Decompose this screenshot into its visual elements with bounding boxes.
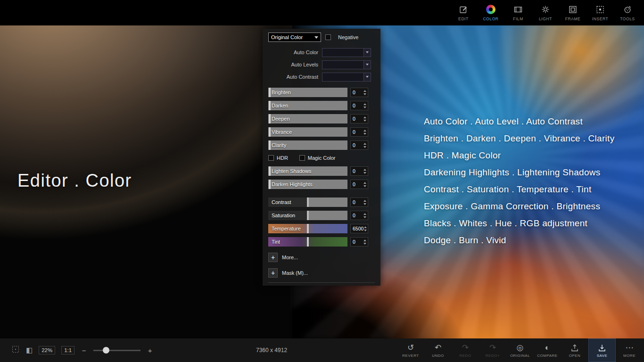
slider-handle[interactable] xyxy=(269,166,271,176)
saturation-spinner[interactable]: 0 xyxy=(350,211,368,220)
vibrance-spinner[interactable]: 0 xyxy=(350,127,368,137)
spin-down-icon[interactable] xyxy=(363,133,366,135)
zoom-in-button[interactable]: + xyxy=(147,346,153,354)
slider-handle[interactable] xyxy=(269,180,271,189)
spin-down-icon[interactable] xyxy=(363,185,366,187)
undo-button[interactable]: ↶ UNDO xyxy=(424,338,452,362)
slider-handle[interactable] xyxy=(307,197,309,207)
slider-handle[interactable] xyxy=(307,224,309,233)
redo-plus-button[interactable]: ↷ REDO+ xyxy=(479,338,506,362)
slider-handle[interactable] xyxy=(307,211,309,220)
slider-handle[interactable] xyxy=(269,88,271,97)
zoom-level[interactable]: 22% xyxy=(39,346,55,354)
slider-handle[interactable] xyxy=(269,127,271,137)
spin-down-icon[interactable] xyxy=(363,203,366,205)
vibrance-slider[interactable]: Vibrance xyxy=(268,127,347,137)
contrast-spinner[interactable]: 0 xyxy=(350,197,368,207)
spin-up-icon[interactable] xyxy=(363,130,366,132)
darken-row: Darken 0 xyxy=(268,101,375,110)
spin-up-icon[interactable] xyxy=(363,116,366,118)
tab-light-label: LIGHT xyxy=(539,16,552,21)
tab-film[interactable]: FILM xyxy=(504,0,532,25)
tab-edit[interactable]: EDIT xyxy=(450,0,477,25)
spin-down-icon[interactable] xyxy=(364,230,367,231)
preset-dropdown[interactable]: Original Color xyxy=(268,33,321,42)
temperature-spinner[interactable]: 6500 xyxy=(350,224,368,233)
zoom-slider-knob[interactable] xyxy=(103,347,109,354)
feature-line: Dodge . Burn . Vivid xyxy=(424,232,615,249)
revert-button[interactable]: ↺ REVERT xyxy=(397,338,424,362)
darken-highlights-spinner[interactable]: 0 xyxy=(350,180,368,189)
darken-spinner[interactable]: 0 xyxy=(350,101,368,110)
auto-contrast-select[interactable] xyxy=(322,73,371,82)
spin-up-icon[interactable] xyxy=(363,213,366,215)
spin-down-icon[interactable] xyxy=(363,93,366,95)
zoom-ratio-button[interactable]: 1:1 xyxy=(61,346,74,354)
brighten-slider[interactable]: Brighten xyxy=(268,88,347,97)
contrast-label: Contrast xyxy=(272,197,291,207)
tab-frame[interactable]: FRAME xyxy=(559,0,586,25)
deepen-slider[interactable]: Deepen xyxy=(268,114,347,123)
hdr-checkbox[interactable] xyxy=(268,155,274,161)
spinner-arrows xyxy=(363,182,368,187)
original-button[interactable]: ◎ ORIGINAL xyxy=(506,338,534,362)
zoom-slider[interactable] xyxy=(93,347,140,354)
temperature-slider[interactable]: Temperature xyxy=(268,224,347,233)
spin-up-icon[interactable] xyxy=(363,182,366,184)
slider-handle[interactable] xyxy=(307,237,309,247)
more-button[interactable]: + xyxy=(268,253,278,262)
tint-spinner[interactable]: 0 xyxy=(350,237,368,247)
auto-levels-select[interactable] xyxy=(322,60,371,69)
contrast-slider[interactable]: Contrast xyxy=(268,197,347,207)
clarity-spinner[interactable]: 0 xyxy=(350,140,368,150)
darken-highlights-slider[interactable]: Darken Highlights xyxy=(268,180,347,189)
lighten-shadows-spinner[interactable]: 0 xyxy=(350,166,368,176)
negative-checkbox[interactable] xyxy=(325,34,331,40)
redo-plus-label: REDO+ xyxy=(486,354,500,358)
spinner-arrows xyxy=(363,103,368,108)
darken-slider[interactable]: Darken xyxy=(268,101,347,110)
temperature-label: Temperature xyxy=(272,224,301,233)
mask-button[interactable]: + xyxy=(268,268,278,278)
tab-insert[interactable]: INSERT xyxy=(586,0,614,25)
brighten-spinner[interactable]: 0 xyxy=(350,88,368,97)
tab-color[interactable]: COLOR xyxy=(477,0,504,25)
saturation-label: Saturation xyxy=(272,211,295,220)
spin-up-icon[interactable] xyxy=(363,90,366,92)
redo-button[interactable]: ↷ REDO xyxy=(452,338,479,362)
spin-down-icon[interactable] xyxy=(363,172,366,174)
auto-color-select[interactable] xyxy=(322,48,371,57)
tint-slider[interactable]: Tint xyxy=(268,237,347,247)
spin-down-icon[interactable] xyxy=(363,216,366,218)
save-button[interactable]: SAVE xyxy=(588,338,616,362)
compare-button[interactable]: ◐ COMPARE xyxy=(534,338,561,362)
zoom-slider-track[interactable] xyxy=(93,350,140,351)
split-view-icon[interactable]: ◧ xyxy=(26,346,33,354)
spin-up-icon[interactable] xyxy=(363,200,366,202)
lighten-shadows-slider[interactable]: Lighten Shadows xyxy=(268,166,347,176)
more-menu-button[interactable]: ⋯ MORE xyxy=(616,338,643,362)
spin-up-icon[interactable] xyxy=(363,239,366,241)
spin-up-icon[interactable] xyxy=(363,169,366,171)
spin-up-icon[interactable] xyxy=(363,143,366,145)
spin-down-icon[interactable] xyxy=(363,120,366,122)
spin-down-icon[interactable] xyxy=(363,243,366,245)
slider-handle[interactable] xyxy=(269,101,271,110)
spin-up-icon[interactable] xyxy=(363,103,366,105)
open-button[interactable]: OPEN xyxy=(561,338,588,362)
spin-down-icon[interactable] xyxy=(363,107,366,108)
spin-up-icon[interactable] xyxy=(364,226,367,228)
marquee-icon[interactable] xyxy=(11,345,20,355)
tab-tools[interactable]: TOOLS xyxy=(614,0,641,25)
slider-handle[interactable] xyxy=(269,140,271,150)
feature-line: Auto Color . Auto Level . Auto Contrast xyxy=(424,113,615,130)
deepen-spinner[interactable]: 0 xyxy=(350,114,368,123)
magic-color-checkbox[interactable] xyxy=(299,155,305,161)
clarity-slider[interactable]: Clarity xyxy=(268,140,347,150)
spinner-arrows xyxy=(363,143,368,148)
slider-handle[interactable] xyxy=(269,114,271,123)
zoom-out-button[interactable]: − xyxy=(81,346,87,354)
tab-light[interactable]: LIGHT xyxy=(532,0,559,25)
saturation-slider[interactable]: Saturation xyxy=(268,211,347,220)
spin-down-icon[interactable] xyxy=(363,146,366,148)
